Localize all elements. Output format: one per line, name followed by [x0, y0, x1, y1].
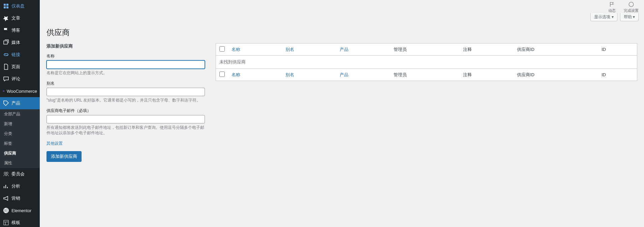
col-admin-foot: 管理员	[390, 68, 460, 81]
menu-media[interactable]: 媒体	[0, 36, 40, 49]
menu-label: 媒体	[11, 39, 20, 46]
media-icon	[3, 39, 9, 46]
col-name-foot[interactable]: 名称	[232, 72, 240, 77]
menu-committee[interactable]: 委员会	[0, 168, 40, 175]
svg-point-2	[6, 172, 8, 174]
menu-pages[interactable]: 页面	[0, 61, 40, 73]
main-content: 动态 完成设置 显示选项 ▾ 帮助 ▾ 供应商 添加新供应商 名称 名称是它在您…	[40, 0, 644, 175]
menu-dashboard[interactable]: 仪表盘	[0, 0, 40, 12]
submenu-suppliers[interactable]: 供应商	[0, 148, 40, 158]
submenu-all-products[interactable]: 全部产品	[0, 109, 40, 119]
menu-label: 评论	[11, 76, 20, 82]
col-supplier-id-foot: 供应商ID	[514, 68, 598, 81]
col-notes-foot: 注释	[460, 68, 514, 81]
page-icon	[3, 63, 9, 70]
slug-label: 别名	[47, 81, 205, 86]
add-supplier-form: 添加新供应商 名称 名称是它在您网站上的显示方式。 别名 "slug"是名称的 …	[47, 43, 205, 162]
col-supplier-id: 供应商ID	[514, 44, 598, 56]
finish-setup-button[interactable]: 完成设置	[624, 1, 639, 13]
pin-icon	[3, 15, 9, 22]
menu-label: 委员会	[11, 171, 25, 175]
menu-label: 博客	[11, 27, 20, 33]
email-input[interactable]	[47, 115, 205, 123]
submenu-tags[interactable]: 标签	[0, 139, 40, 148]
link-icon	[3, 51, 9, 58]
col-slug[interactable]: 别名	[285, 47, 294, 52]
submit-button[interactable]: 添加新供应商	[47, 151, 82, 162]
slug-input[interactable]	[47, 88, 205, 96]
admin-sidebar: 仪表盘 文章 博客 媒体 链接 页面 评论 WooCommerce 产品 全部产…	[0, 0, 40, 175]
dashboard-icon	[3, 3, 9, 9]
screen-meta: 显示选项 ▾ 帮助 ▾	[40, 13, 644, 21]
help-button[interactable]: 帮助 ▾	[620, 13, 639, 21]
col-name[interactable]: 名称	[232, 47, 240, 52]
col-slug-foot[interactable]: 别名	[285, 72, 294, 77]
menu-label: 产品	[11, 100, 20, 106]
svg-point-5	[629, 2, 634, 7]
comment-icon	[3, 76, 9, 82]
col-id: ID	[598, 44, 637, 56]
menu-label: 链接	[11, 52, 20, 58]
menu-label: 仪表盘	[11, 3, 25, 9]
col-id-foot: ID	[598, 68, 637, 81]
svg-rect-0	[3, 91, 5, 91]
form-heading: 添加新供应商	[47, 43, 205, 49]
empty-message: 未找到供应商	[216, 56, 637, 68]
email-description: 所有通知都将发送到此电子邮件地址，包括新订单和客户查询。使用逗号分隔多个电子邮件…	[47, 125, 205, 136]
menu-links[interactable]: 链接	[0, 49, 40, 61]
topbar: 动态 完成设置	[40, 0, 644, 13]
people-icon	[3, 171, 9, 175]
menu-label: 页面	[11, 64, 20, 70]
menu-products[interactable]: 产品	[0, 97, 40, 109]
menu-label: WooCommerce	[7, 89, 37, 94]
table-empty-row: 未找到供应商	[216, 56, 637, 68]
name-input[interactable]	[47, 60, 205, 69]
activity-label: 动态	[608, 8, 616, 13]
menu-posts[interactable]: 文章	[0, 12, 40, 24]
email-field-wrap: 供应商电子邮件（必填） 所有通知都将发送到此电子邮件地址，包括新订单和客户查询。…	[47, 108, 205, 136]
select-all-bottom[interactable]	[219, 72, 225, 77]
woo-icon	[3, 88, 5, 94]
other-settings-toggle[interactable]: 其他设置	[47, 141, 63, 146]
name-label: 名称	[47, 53, 205, 59]
menu-woocommerce[interactable]: WooCommerce	[0, 85, 40, 97]
name-field-wrap: 名称 名称是它在您网站上的显示方式。	[47, 53, 205, 76]
slug-field-wrap: 别名 "slug"是名称的 URL 友好版本。它通常都是小写的，并且只包含字母、…	[47, 81, 205, 103]
screen-options-button[interactable]: 显示选项 ▾	[590, 13, 617, 21]
name-description: 名称是它在您网站上的显示方式。	[47, 70, 205, 76]
email-label: 供应商电子邮件（必填）	[47, 108, 205, 114]
select-all-top[interactable]	[219, 46, 225, 52]
col-product[interactable]: 产品	[340, 47, 348, 52]
products-submenu: 全部产品 新增 分类 标签 供应商 属性	[0, 109, 40, 168]
circle-icon	[628, 1, 634, 7]
suppliers-table-wrap: 名称 别名 产品 管理员 注释 供应商ID ID 未找到供应商	[216, 43, 637, 162]
submenu-attributes[interactable]: 属性	[0, 158, 40, 168]
menu-blog[interactable]: 博客	[0, 24, 40, 36]
slug-description: "slug"是名称的 URL 友好版本。它通常都是小写的，并且只包含字母、数字和…	[47, 97, 205, 103]
activity-button[interactable]: 动态	[608, 1, 616, 13]
page-title: 供应商	[47, 27, 637, 38]
submenu-categories[interactable]: 分类	[0, 129, 40, 139]
flag-icon	[609, 1, 615, 7]
product-icon	[3, 100, 9, 107]
submenu-add-new[interactable]: 新增	[0, 119, 40, 129]
menu-comments[interactable]: 评论	[0, 73, 40, 85]
menu-label: 文章	[11, 15, 20, 21]
flag-icon	[3, 27, 9, 34]
finish-label: 完成设置	[624, 8, 639, 13]
col-notes: 注释	[460, 44, 514, 56]
col-admin: 管理员	[390, 44, 460, 56]
col-product-foot[interactable]: 产品	[340, 72, 348, 77]
suppliers-table: 名称 别名 产品 管理员 注释 供应商ID ID 未找到供应商	[216, 43, 637, 81]
svg-point-1	[4, 172, 6, 174]
